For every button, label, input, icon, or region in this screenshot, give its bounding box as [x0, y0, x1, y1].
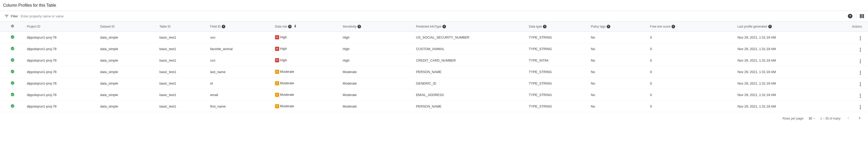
data-type-cell: TYPE_STRING: [527, 66, 589, 78]
rows-per-page-label: Rows per page:: [782, 117, 804, 120]
svg-point-6: [11, 104, 14, 108]
col-data-type[interactable]: Data type?: [527, 22, 589, 32]
more-actions-button[interactable]: [860, 105, 861, 109]
help-icon[interactable]: ?: [543, 25, 547, 28]
svg-point-0: [11, 35, 14, 38]
data-risk-text: Moderate: [280, 104, 294, 108]
project-id-cell: dlppsbqrun1-proj-78: [25, 32, 98, 43]
svg-point-2: [11, 58, 14, 61]
more-actions-button[interactable]: [860, 82, 861, 86]
free-text-score-cell: 0: [648, 101, 736, 112]
col-predicted-infotype[interactable]: Predicted infoType?: [414, 22, 527, 32]
actions-cell: [829, 66, 868, 78]
more-actions-button[interactable]: [860, 36, 861, 40]
risk-badge-icon: !!: [275, 70, 279, 74]
col-project-id[interactable]: Project ID: [25, 22, 98, 32]
more-actions-button[interactable]: [860, 94, 861, 98]
dataset-id-cell: data_simple: [98, 101, 157, 112]
data-risk-cell: !!Moderate: [273, 66, 341, 78]
sensitivity-cell: Moderate: [341, 66, 414, 78]
policy-tags-cell: No: [589, 32, 648, 43]
field-id-cell: ssn: [208, 32, 273, 43]
help-icon[interactable]: ?: [607, 25, 610, 28]
project-id-cell: dlppsbqrun1-proj-78: [25, 43, 98, 55]
col-dataset-id[interactable]: Dataset ID: [98, 22, 157, 32]
svg-point-4: [11, 81, 14, 85]
col-label: Predicted infoType: [416, 25, 441, 28]
chevron-left-icon: [846, 116, 851, 120]
help-icon[interactable]: ?: [768, 25, 772, 28]
last-profile-generated-cell: Nov 29, 2021, 1:31:19 AM: [735, 55, 829, 66]
table-id-cell: basic_test1: [157, 55, 208, 66]
table-row: dlppsbqrun1-proj-78data_simplebasic_test…: [0, 78, 868, 89]
actions-cell: [829, 89, 868, 101]
data-risk-text: Moderate: [280, 81, 294, 85]
check-circle-icon: [10, 104, 14, 108]
chevron-right-icon: [857, 116, 862, 120]
free-text-score-cell: 0: [648, 78, 736, 89]
table-id-cell: basic_test1: [157, 66, 208, 78]
col-policy-tags[interactable]: Policy tags?: [589, 22, 648, 32]
col-data-risk[interactable]: Data risk?: [273, 22, 341, 32]
more-actions-button[interactable]: [860, 71, 861, 75]
risk-badge-icon: !!: [275, 81, 279, 85]
data-type-cell: TYPE_INT64: [527, 55, 589, 66]
field-id-cell: ccn: [208, 55, 273, 66]
check-circle-icon: [10, 47, 14, 51]
predicted-infotype-cell: US_SOCIAL_SECURITY_NUMBER: [414, 32, 527, 43]
svg-point-3: [11, 70, 14, 73]
table-header-row: Project ID Dataset ID Table ID Field ID?…: [0, 22, 868, 32]
col-label: Dataset ID: [100, 25, 115, 28]
risk-badge-icon: !!: [275, 93, 279, 97]
more-actions-button[interactable]: [860, 59, 861, 63]
table-id-cell: basic_test1: [157, 78, 208, 89]
col-label: Project ID: [27, 25, 40, 28]
help-icon[interactable]: ?: [288, 25, 291, 28]
sort-descending-icon: [293, 24, 297, 29]
pagination-range: 1 – 30 of many: [820, 117, 840, 120]
predicted-infotype-cell: EMAIL_ADDRESS: [414, 89, 527, 101]
table-id-cell: basic_test1: [157, 89, 208, 101]
sensitivity-cell: Moderate: [341, 89, 414, 101]
rows-per-page-select[interactable]: 30: [809, 117, 815, 120]
help-icon[interactable]: ?: [222, 25, 225, 28]
sensitivity-cell: Moderate: [341, 101, 414, 112]
risk-badge-icon: !!!: [275, 47, 279, 51]
col-label: Table ID: [159, 25, 171, 28]
check-circle-icon: [10, 35, 14, 39]
status-cell: [0, 55, 25, 66]
data-risk-text: High: [280, 58, 287, 62]
filter-label: Filter: [11, 14, 18, 18]
help-icon[interactable]: ?: [442, 25, 446, 28]
col-last-profile-generated[interactable]: Last profile generated?: [735, 22, 829, 32]
free-text-score-cell: 0: [648, 43, 736, 55]
dataset-id-cell: data_simple: [98, 78, 157, 89]
check-circle-icon: [10, 58, 14, 62]
col-status[interactable]: [0, 22, 25, 32]
more-actions-button[interactable]: [860, 48, 861, 52]
help-icon[interactable]: ?: [672, 25, 675, 28]
next-page-button[interactable]: [856, 115, 863, 122]
col-free-text-score[interactable]: Free text score?: [648, 22, 736, 32]
col-table-id[interactable]: Table ID: [157, 22, 208, 32]
field-id-cell: id: [208, 78, 273, 89]
prev-page-button[interactable]: [845, 115, 852, 122]
free-text-score-cell: 0: [648, 32, 736, 43]
column-selector-icon[interactable]: [860, 14, 864, 18]
status-cell: [0, 89, 25, 101]
sensitivity-cell: High: [341, 43, 414, 55]
last-profile-generated-cell: Nov 29, 2021, 1:31:19 AM: [735, 89, 829, 101]
field-id-cell: email: [208, 89, 273, 101]
filter-input[interactable]: [21, 14, 848, 18]
data-risk-cell: !!Moderate: [273, 89, 341, 101]
help-icon[interactable]: ?: [848, 14, 852, 19]
free-text-score-cell: 0: [648, 89, 736, 101]
col-label: Actions: [852, 25, 862, 28]
data-type-cell: TYPE_STRING: [527, 78, 589, 89]
help-icon[interactable]: ?: [358, 25, 361, 28]
table-row: dlppsbqrun1-proj-78data_simplebasic_test…: [0, 66, 868, 78]
col-sensitivity[interactable]: Sensitivity?: [341, 22, 414, 32]
actions-cell: [829, 78, 868, 89]
status-cell: [0, 32, 25, 43]
col-field-id[interactable]: Field ID?: [208, 22, 273, 32]
